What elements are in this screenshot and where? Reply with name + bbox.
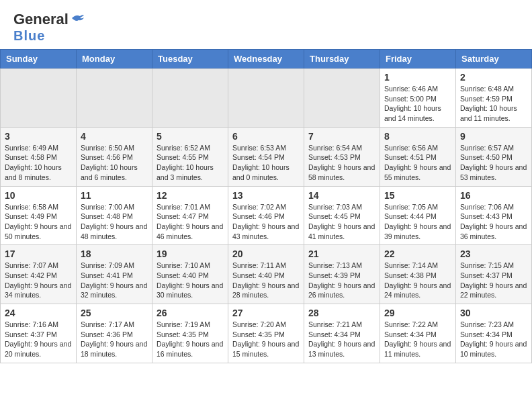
calendar-week-row: 17Sunrise: 7:07 AMSunset: 4:42 PMDayligh… [1,245,532,304]
calendar-cell [1,68,77,128]
logo-bird-icon [71,13,85,24]
calendar-week-row: 3Sunrise: 6:49 AMSunset: 4:58 PMDaylight… [1,127,532,186]
day-info: Sunrise: 6:57 AMSunset: 4:50 PMDaylight:… [460,143,527,183]
day-info: Sunrise: 7:13 AMSunset: 4:39 PMDaylight:… [308,261,375,300]
day-number: 21 [308,248,375,259]
calendar-cell: 1Sunrise: 6:46 AMSunset: 5:00 PMDaylight… [380,68,456,128]
day-number: 7 [308,131,375,142]
calendar-header-sunday: Sunday [1,50,77,68]
calendar-week-row: 24Sunrise: 7:16 AMSunset: 4:37 PMDayligh… [1,304,532,363]
day-info: Sunrise: 7:09 AMSunset: 4:41 PMDaylight:… [81,261,148,300]
calendar-cell [304,68,380,128]
calendar-cell: 4Sunrise: 6:50 AMSunset: 4:56 PMDaylight… [77,127,152,186]
day-number: 6 [232,131,300,142]
calendar-cell [152,68,228,128]
day-info: Sunrise: 7:19 AMSunset: 4:35 PMDaylight:… [157,320,224,359]
day-number: 28 [308,308,375,318]
calendar-header-wednesday: Wednesday [228,50,304,68]
day-number: 12 [157,190,224,201]
day-number: 3 [5,131,72,142]
day-info: Sunrise: 7:22 AMSunset: 4:34 PMDaylight:… [384,320,451,359]
calendar-cell: 13Sunrise: 7:02 AMSunset: 4:46 PMDayligh… [228,186,304,245]
day-number: 23 [460,248,527,259]
logo-general-text: General [13,11,69,28]
day-info: Sunrise: 7:15 AMSunset: 4:37 PMDaylight:… [460,261,527,300]
calendar-cell: 10Sunrise: 6:58 AMSunset: 4:49 PMDayligh… [1,186,77,245]
day-info: Sunrise: 6:58 AMSunset: 4:49 PMDaylight:… [5,202,72,242]
day-number: 26 [157,308,224,318]
day-info: Sunrise: 7:20 AMSunset: 4:35 PMDaylight:… [232,320,300,359]
calendar-cell: 15Sunrise: 7:05 AMSunset: 4:44 PMDayligh… [380,186,456,245]
day-info: Sunrise: 7:07 AMSunset: 4:42 PMDaylight:… [5,261,72,300]
day-number: 11 [81,190,148,201]
calendar-cell: 30Sunrise: 7:23 AMSunset: 4:34 PMDayligh… [456,304,532,363]
day-info: Sunrise: 7:03 AMSunset: 4:45 PMDaylight:… [308,202,375,242]
day-number: 2 [460,72,527,83]
calendar-cell: 12Sunrise: 7:01 AMSunset: 4:47 PMDayligh… [152,186,228,245]
calendar-cell [228,68,304,128]
calendar-cell: 14Sunrise: 7:03 AMSunset: 4:45 PMDayligh… [304,186,380,245]
day-info: Sunrise: 6:49 AMSunset: 4:58 PMDaylight:… [5,143,72,183]
calendar-cell: 16Sunrise: 7:06 AMSunset: 4:43 PMDayligh… [456,186,532,245]
calendar-cell: 7Sunrise: 6:54 AMSunset: 4:53 PMDaylight… [304,127,380,186]
day-number: 27 [232,308,300,318]
day-info: Sunrise: 7:11 AMSunset: 4:40 PMDaylight:… [232,261,300,300]
day-number: 18 [81,248,148,259]
calendar-cell: 25Sunrise: 7:17 AMSunset: 4:36 PMDayligh… [77,304,152,363]
day-number: 17 [5,248,72,259]
calendar-header-thursday: Thursday [304,50,380,68]
day-number: 9 [460,131,527,142]
day-info: Sunrise: 7:21 AMSunset: 4:34 PMDaylight:… [308,320,375,359]
day-number: 15 [384,190,451,201]
day-number: 14 [308,190,375,201]
calendar-week-row: 10Sunrise: 6:58 AMSunset: 4:49 PMDayligh… [1,186,532,245]
day-info: Sunrise: 7:14 AMSunset: 4:38 PMDaylight:… [384,261,451,300]
calendar-cell: 5Sunrise: 6:52 AMSunset: 4:55 PMDaylight… [152,127,228,186]
day-number: 20 [232,248,300,259]
calendar-cell: 8Sunrise: 6:56 AMSunset: 4:51 PMDaylight… [380,127,456,186]
day-info: Sunrise: 7:06 AMSunset: 4:43 PMDaylight:… [460,202,527,242]
day-number: 10 [5,190,72,201]
day-info: Sunrise: 7:05 AMSunset: 4:44 PMDaylight:… [384,202,451,242]
day-info: Sunrise: 7:16 AMSunset: 4:37 PMDaylight:… [5,320,72,359]
calendar-cell: 23Sunrise: 7:15 AMSunset: 4:37 PMDayligh… [456,245,532,304]
calendar-cell: 24Sunrise: 7:16 AMSunset: 4:37 PMDayligh… [1,304,77,363]
day-info: Sunrise: 7:01 AMSunset: 4:47 PMDaylight:… [157,202,224,242]
calendar-cell: 9Sunrise: 6:57 AMSunset: 4:50 PMDaylight… [456,127,532,186]
day-number: 22 [384,248,451,259]
calendar-cell: 29Sunrise: 7:22 AMSunset: 4:34 PMDayligh… [380,304,456,363]
calendar-cell: 18Sunrise: 7:09 AMSunset: 4:41 PMDayligh… [77,245,152,304]
day-info: Sunrise: 6:52 AMSunset: 4:55 PMDaylight:… [157,143,224,183]
day-info: Sunrise: 7:23 AMSunset: 4:34 PMDaylight:… [460,320,527,359]
calendar-cell: 27Sunrise: 7:20 AMSunset: 4:35 PMDayligh… [228,304,304,363]
day-number: 29 [384,308,451,318]
day-info: Sunrise: 6:56 AMSunset: 4:51 PMDaylight:… [384,143,451,183]
day-number: 16 [460,190,527,201]
calendar-header-tuesday: Tuesday [152,50,228,68]
day-number: 4 [81,131,148,142]
calendar-header-friday: Friday [380,50,456,68]
day-number: 25 [81,308,148,318]
day-info: Sunrise: 7:10 AMSunset: 4:40 PMDaylight:… [157,261,224,300]
calendar-cell: 2Sunrise: 6:48 AMSunset: 4:59 PMDaylight… [456,68,532,128]
day-info: Sunrise: 7:17 AMSunset: 4:36 PMDaylight:… [81,320,148,359]
calendar-cell: 11Sunrise: 7:00 AMSunset: 4:48 PMDayligh… [77,186,152,245]
day-number: 8 [384,131,451,142]
day-info: Sunrise: 6:48 AMSunset: 4:59 PMDaylight:… [460,84,527,124]
day-info: Sunrise: 6:53 AMSunset: 4:54 PMDaylight:… [232,143,300,183]
day-number: 5 [157,131,224,142]
day-number: 13 [232,190,300,201]
logo-blue-text: Blue [13,28,45,43]
calendar-header-saturday: Saturday [456,50,532,68]
calendar-table: SundayMondayTuesdayWednesdayThursdayFrid… [0,49,532,363]
day-number: 1 [384,72,451,83]
day-info: Sunrise: 6:54 AMSunset: 4:53 PMDaylight:… [308,143,375,183]
day-info: Sunrise: 6:46 AMSunset: 5:00 PMDaylight:… [384,84,451,124]
calendar-cell: 21Sunrise: 7:13 AMSunset: 4:39 PMDayligh… [304,245,380,304]
calendar-cell: 3Sunrise: 6:49 AMSunset: 4:58 PMDaylight… [1,127,77,186]
page-header: General Blue [0,0,532,49]
day-number: 24 [5,308,72,318]
day-info: Sunrise: 7:02 AMSunset: 4:46 PMDaylight:… [232,202,300,242]
calendar-cell: 22Sunrise: 7:14 AMSunset: 4:38 PMDayligh… [380,245,456,304]
day-number: 30 [460,308,527,318]
